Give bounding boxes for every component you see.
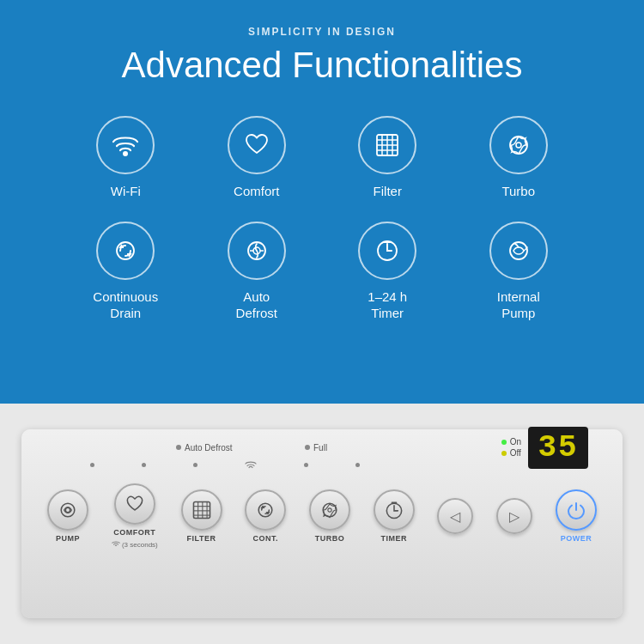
turbo-btn-icon: [319, 499, 341, 521]
dot4: [304, 463, 308, 467]
filter-btn-icon: [191, 499, 213, 521]
full-indicator: Full: [305, 443, 327, 453]
feature-auto-defrost: AutoDefrost: [196, 222, 319, 322]
defrost-icon: [241, 235, 272, 266]
on-label: On: [510, 437, 521, 447]
on-indicator: On: [501, 437, 521, 447]
cont-button[interactable]: CONT.: [245, 489, 286, 543]
filter-label: FILTER: [187, 534, 216, 543]
timer-btn-circle[interactable]: [374, 489, 415, 531]
off-led: [501, 451, 507, 456]
pump-label: PUMP: [56, 534, 80, 543]
defrost-icon-circle: [228, 222, 286, 280]
filter-icon-circle: [358, 116, 416, 174]
timer-icon: [372, 235, 403, 266]
turbo-btn-circle[interactable]: [309, 489, 350, 531]
turbo-label: TURBO: [315, 534, 345, 543]
feature-comfort-label: Comfort: [234, 183, 279, 200]
feature-turbo: Turbo: [458, 116, 580, 200]
subtitle: SIMPLICITY IN DESIGN: [248, 26, 396, 38]
svg-point-18: [65, 507, 70, 512]
pump-button[interactable]: PUMP: [47, 489, 88, 543]
timer-icon-circle: [358, 222, 416, 280]
main-title: Advanced Functionalities: [122, 45, 523, 86]
turbo-icon: [503, 130, 534, 161]
nav-prev-icon: ◁: [450, 508, 460, 525]
on-off-group: On Off: [501, 437, 521, 458]
drain-icon: [110, 235, 141, 266]
filter-button[interactable]: FILTER: [181, 489, 222, 543]
pump-icon: [503, 235, 534, 266]
timer-btn-icon: [383, 499, 405, 521]
full-label: Full: [313, 443, 327, 453]
power-btn-circle[interactable]: [556, 489, 597, 531]
turbo-button[interactable]: TURBO: [309, 489, 350, 543]
feature-pump-label: InternalPump: [497, 289, 540, 322]
buttons-row: PUMP COMFORT (3 seconds): [39, 483, 605, 549]
feature-internal-pump: InternalPump: [458, 222, 580, 322]
off-label: Off: [510, 448, 521, 458]
dot5: [355, 463, 360, 467]
power-label: POWER: [561, 534, 592, 543]
feature-filter: Filter: [326, 116, 449, 200]
power-button[interactable]: POWER: [556, 489, 597, 543]
heart-icon: [241, 130, 272, 161]
feature-continuous-drain: ContinuousDrain: [64, 222, 187, 322]
timer-button[interactable]: TIMER: [374, 489, 415, 543]
filter-icon: [372, 130, 403, 161]
timer-label: TIMER: [380, 534, 407, 543]
feature-wifi-label: Wi-Fi: [111, 183, 141, 200]
top-section: SIMPLICITY IN DESIGN Advanced Functional…: [0, 0, 644, 404]
svg-rect-19: [193, 501, 210, 518]
svg-point-17: [61, 503, 75, 517]
power-btn-icon: [567, 501, 586, 519]
full-dot: [305, 445, 310, 450]
bottom-section: Auto Defrost Full On Off 35: [0, 404, 644, 644]
dot3: [193, 463, 197, 467]
feature-wifi: Wi-Fi: [64, 116, 187, 200]
comfort-btn-circle[interactable]: [114, 483, 155, 525]
wifi-comfort-icon: [112, 540, 120, 547]
turbo-icon-circle: [489, 116, 548, 174]
svg-point-26: [258, 503, 272, 517]
on-led: [501, 440, 507, 445]
dot2: [142, 463, 146, 467]
feature-timer-label: 1–24 hTimer: [368, 289, 407, 322]
pump-icon-circle: [489, 222, 548, 280]
svg-point-9: [516, 143, 521, 148]
comfort-btn-icon: [124, 493, 146, 515]
off-indicator: Off: [501, 448, 521, 458]
device-panel: Auto Defrost Full On Off 35: [21, 429, 623, 618]
display-area: On Off 35: [501, 427, 588, 469]
comfort-sublabel: (3 seconds): [112, 540, 158, 549]
cont-label: CONT.: [252, 534, 278, 543]
pump-btn-icon: [57, 499, 79, 521]
wifi-small-icon: [245, 460, 257, 469]
feature-defrost-label: AutoDefrost: [236, 289, 277, 322]
temperature-display: 35: [528, 427, 588, 469]
dot1: [90, 463, 94, 467]
feature-timer: 1–24 hTimer: [326, 222, 449, 322]
auto-defrost-dot: [176, 445, 181, 450]
feature-turbo-label: Turbo: [501, 183, 535, 200]
filter-btn-circle[interactable]: [181, 489, 222, 531]
auto-defrost-indicator: Auto Defrost: [176, 443, 233, 453]
comfort-label: COMFORT: [113, 528, 155, 537]
svg-point-28: [328, 508, 331, 512]
comfort-button[interactable]: COMFORT (3 seconds): [112, 483, 158, 549]
feature-filter-label: Filter: [374, 183, 402, 200]
cont-btn-icon: [254, 499, 276, 521]
nav-prev-button[interactable]: ◁: [437, 498, 473, 534]
auto-defrost-label: Auto Defrost: [185, 443, 233, 453]
comfort-icon-circle: [228, 116, 286, 174]
features-grid: Wi-Fi Comfort: [64, 116, 580, 322]
nav-next-circle[interactable]: ▷: [496, 498, 532, 534]
feature-drain-label: ContinuousDrain: [93, 289, 158, 322]
wifi-icon-circle: [96, 116, 155, 174]
cont-btn-circle[interactable]: [245, 489, 286, 531]
nav-next-button[interactable]: ▷: [496, 498, 532, 534]
pump-btn-circle[interactable]: [47, 489, 88, 531]
wifi-icon: [110, 130, 141, 161]
drain-icon-circle: [96, 222, 155, 280]
nav-prev-circle[interactable]: ◁: [437, 498, 473, 534]
